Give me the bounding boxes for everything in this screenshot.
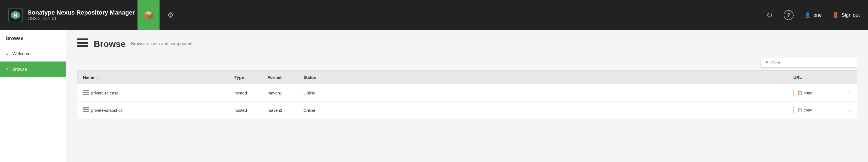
filter-icon: ▼ <box>765 60 769 65</box>
signout-icon: 🚪 <box>833 12 839 18</box>
row2-name-cell: private-snapshot <box>78 102 229 119</box>
table-row: private-release hosted maven2 Online 📋 c… <box>78 84 857 102</box>
svg-rect-4 <box>77 45 88 47</box>
column-header-status[interactable]: Status <box>298 71 788 84</box>
row1-detail-chevron[interactable]: › <box>843 84 857 102</box>
row2-format: maven2 <box>262 102 298 119</box>
copy-icon: 📋 <box>798 91 802 95</box>
settings-nav-tab[interactable]: ⚙ <box>162 0 179 30</box>
browse-icon: ≡ <box>5 67 8 72</box>
svg-rect-5 <box>83 90 89 91</box>
row1-repo-icon <box>83 90 89 96</box>
row2-name: private-snapshot <box>91 108 122 113</box>
sidebar-welcome-label: Welcome <box>12 51 31 56</box>
page-header: Browse Browse assets and components <box>77 38 857 49</box>
svg-rect-3 <box>77 42 88 44</box>
row1-type: hosted <box>229 84 262 102</box>
svg-rect-9 <box>83 109 89 110</box>
row1-name-cell: private-release <box>78 84 229 102</box>
username-label: one <box>813 12 822 18</box>
page-title: Browse <box>94 39 126 49</box>
row2-type: hosted <box>229 102 262 119</box>
signout-label: Sign out <box>841 12 860 18</box>
row1-copy-button[interactable]: 📋 copy <box>793 89 816 97</box>
row2-detail-chevron[interactable]: › <box>843 102 857 119</box>
sort-arrow-icon: ↑ <box>97 75 99 80</box>
user-menu[interactable]: 👤 one <box>805 12 822 18</box>
table-header: Name ↑ Type Format Status <box>78 71 857 84</box>
column-header-action <box>843 71 857 84</box>
sidebar-browse-label: Browse <box>12 67 27 72</box>
table-row: private-snapshot hosted maven2 Online 📋 … <box>78 102 857 119</box>
signout-button[interactable]: 🚪 Sign out <box>833 12 860 18</box>
main-area: Browse ○ Welcome ≡ Browse Browse Browse … <box>0 30 868 162</box>
browse-tab-icon: 📦 <box>143 10 154 20</box>
browse-page-icon <box>77 38 88 49</box>
main-content: Browse Browse assets and components ▼ Na… <box>66 30 868 162</box>
refresh-icon[interactable]: ↻ <box>766 11 773 20</box>
svg-rect-10 <box>83 111 89 112</box>
svg-rect-2 <box>77 38 88 40</box>
row2-copy-cell: 📋 copy <box>788 102 843 119</box>
help-icon[interactable]: ? <box>784 10 794 20</box>
svg-rect-6 <box>83 92 89 93</box>
gear-icon: ⚙ <box>167 11 174 19</box>
row1-format: maven2 <box>262 84 298 102</box>
repository-table-container: Name ↑ Type Format Status <box>77 70 857 119</box>
table-body: private-release hosted maven2 Online 📋 c… <box>78 84 857 119</box>
row1-copy-cell: 📋 copy <box>788 84 843 102</box>
top-navigation: N Sonatype Nexus Repository Manager OSS … <box>0 0 868 30</box>
sidebar-item-browse[interactable]: ≡ Browse <box>0 62 66 77</box>
copy-icon: 📋 <box>798 108 802 112</box>
logo-area: N Sonatype Nexus Repository Manager OSS … <box>8 8 135 22</box>
svg-rect-7 <box>83 94 89 95</box>
table-header-row: Name ↑ Type Format Status <box>78 71 857 84</box>
sidebar-item-welcome[interactable]: ○ Welcome <box>0 46 66 62</box>
repository-table: Name ↑ Type Format Status <box>78 71 857 119</box>
welcome-icon: ○ <box>5 51 8 56</box>
nav-right-area: ↻ ? 👤 one 🚪 Sign out <box>766 10 860 20</box>
row2-repo-icon <box>83 107 89 113</box>
svg-rect-8 <box>83 107 89 109</box>
user-icon: 👤 <box>805 12 811 18</box>
column-header-url[interactable]: URL <box>788 71 843 84</box>
column-header-format[interactable]: Format <box>262 71 298 84</box>
page-subtitle: Browse assets and components <box>131 41 194 46</box>
app-title-block: Sonatype Nexus Repository Manager OSS 3.… <box>28 9 135 21</box>
app-title: Sonatype Nexus Repository Manager <box>28 9 135 16</box>
column-header-name[interactable]: Name ↑ <box>78 71 229 84</box>
filter-input[interactable] <box>771 60 853 65</box>
row2-copy-button[interactable]: 📋 copy <box>793 106 816 114</box>
row1-name: private-release <box>91 91 119 95</box>
sidebar: Browse ○ Welcome ≡ Browse <box>0 30 66 162</box>
filter-bar: ▼ <box>77 58 857 68</box>
sidebar-header: Browse <box>0 30 66 46</box>
row2-status: Online <box>298 102 788 119</box>
browse-nav-tab[interactable]: 📦 <box>137 0 159 30</box>
filter-input-wrapper[interactable]: ▼ <box>761 58 857 68</box>
svg-text:N: N <box>14 13 17 17</box>
app-logo: N <box>8 8 23 22</box>
column-header-type[interactable]: Type <box>229 71 262 84</box>
app-version: OSS 3.18.1-01 <box>28 16 135 21</box>
row1-status: Online <box>298 84 788 102</box>
